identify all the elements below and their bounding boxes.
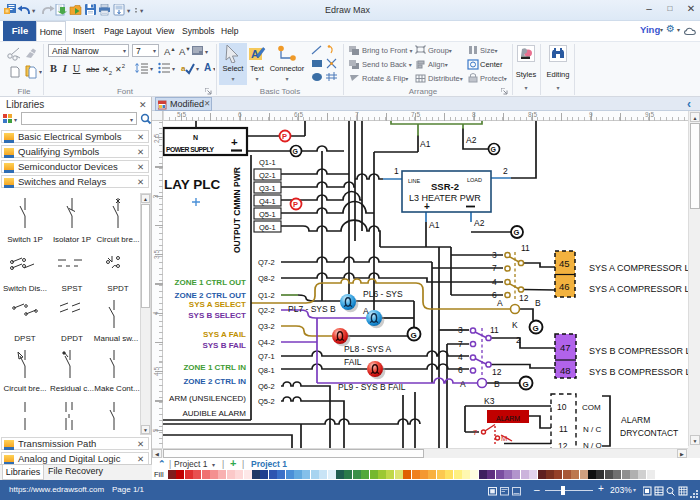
svg-text:12: 12 (558, 441, 568, 449)
svg-text:10: 10 (557, 402, 567, 412)
svg-text:Make Cont...: Make Cont... (94, 384, 139, 393)
svg-text:Q4-1: Q4-1 (259, 197, 276, 206)
svg-text:Q4-2: Q4-2 (258, 338, 275, 347)
svg-text:Residual c...: Residual c... (50, 384, 94, 393)
svg-text:SYS B FAIL: SYS B FAIL (202, 341, 246, 350)
svg-text:ARM (UNSILENCED): ARM (UNSILENCED) (169, 394, 246, 403)
svg-text:M: M (501, 434, 507, 443)
svg-text:K: K (512, 320, 518, 330)
svg-text:▾: ▾ (127, 7, 131, 14)
svg-text:SYS B COMPRESSOR L: SYS B COMPRESSOR L (589, 367, 688, 377)
svg-text:▾: ▾ (172, 66, 175, 72)
svg-text:Q7-1: Q7-1 (258, 352, 275, 361)
svg-text:DPST: DPST (14, 334, 35, 343)
svg-text:OUTPUT CMMN PWR: OUTPUT CMMN PWR (232, 167, 242, 253)
svg-text:P: P (282, 132, 287, 141)
svg-text:4: 4 (458, 352, 463, 362)
svg-text:2: 2 (516, 335, 521, 345)
svg-text:3: 3 (458, 325, 463, 335)
svg-text:L3 HEATER PWR: L3 HEATER PWR (409, 193, 481, 203)
svg-text:Switch Dis...: Switch Dis... (3, 284, 47, 293)
svg-text:FAIL: FAIL (344, 357, 362, 367)
svg-text:LOAD: LOAD (467, 177, 482, 183)
svg-text:G: G (293, 148, 299, 155)
svg-text:SPST: SPST (62, 284, 83, 293)
svg-text:11: 11 (559, 424, 568, 434)
svg-text:P: P (293, 200, 298, 209)
svg-text:SYS A SELECT: SYS A SELECT (189, 300, 246, 309)
svg-text:N: N (193, 134, 198, 141)
svg-text:K3: K3 (484, 396, 495, 406)
svg-text:SYS B SELECT: SYS B SELECT (188, 311, 246, 320)
svg-text:N / C: N / C (583, 425, 601, 434)
svg-text:Q5-1: Q5-1 (259, 210, 276, 219)
svg-text:▾: ▾ (213, 66, 215, 72)
svg-text:G: G (533, 324, 539, 333)
svg-text:Q8-2: Q8-2 (258, 274, 275, 283)
svg-text:POWER SUPPLY: POWER SUPPLY (166, 146, 214, 153)
svg-text:AUDIBLE ALARM: AUDIBLE ALARM (182, 409, 246, 418)
svg-text:2: 2 (503, 166, 508, 176)
svg-text:A: A (497, 298, 503, 308)
svg-text:▾: ▾ (39, 69, 42, 75)
svg-text:A1: A1 (429, 220, 440, 230)
svg-text:4: 4 (492, 277, 497, 287)
svg-text:Q3-1: Q3-1 (259, 184, 276, 193)
svg-text:46: 46 (559, 281, 570, 292)
svg-text:7: 7 (458, 339, 463, 349)
svg-text:Q3-2: Q3-2 (258, 322, 275, 331)
svg-text:B: B (535, 298, 541, 308)
svg-text:A: A (460, 379, 466, 389)
svg-text:11: 11 (490, 325, 499, 335)
svg-text:▾: ▾ (196, 66, 199, 72)
svg-text:Q2-2: Q2-2 (258, 306, 275, 315)
svg-text:ALARM: ALARM (496, 415, 520, 422)
svg-text:SYS B COMPRESSOR L: SYS B COMPRESSOR L (589, 346, 688, 356)
svg-text:COM: COM (582, 403, 601, 412)
svg-text:▾: ▾ (150, 66, 153, 72)
svg-text:LAY PLC: LAY PLC (164, 177, 221, 192)
svg-text:7: 7 (492, 263, 497, 273)
svg-text:ZONE 2 CTRL IN: ZONE 2 CTRL IN (183, 377, 246, 386)
svg-text:45: 45 (559, 258, 570, 269)
svg-text:6: 6 (458, 365, 463, 375)
svg-text:G: G (491, 146, 497, 153)
svg-text:A1: A1 (420, 139, 431, 149)
svg-text:Manual sw...: Manual sw... (94, 334, 138, 343)
svg-text:B: B (494, 379, 500, 389)
svg-text:G: G (514, 228, 520, 237)
svg-text:▾: ▾ (140, 7, 144, 14)
svg-text:G: G (523, 380, 529, 389)
svg-text:47: 47 (560, 342, 571, 353)
svg-text:11: 11 (521, 243, 530, 253)
svg-text:7: 7 (473, 428, 477, 437)
svg-text:A: A (204, 62, 211, 73)
svg-text:SSR-2: SSR-2 (431, 181, 459, 192)
svg-text:Switch 1P: Switch 1P (7, 235, 43, 244)
svg-text:Q8-1: Q8-1 (258, 366, 275, 375)
svg-text:G: G (411, 331, 417, 340)
svg-text:48: 48 (560, 365, 571, 376)
svg-text:12: 12 (492, 367, 502, 377)
svg-text:SPDT: SPDT (107, 284, 128, 293)
svg-text:12: 12 (519, 293, 529, 303)
svg-text:▾: ▾ (14, 117, 17, 123)
svg-text:PL6 - SYS: PL6 - SYS (363, 289, 403, 299)
svg-text:▾: ▾ (205, 49, 208, 55)
svg-text:+: + (231, 136, 238, 148)
svg-text:▾: ▾ (32, 7, 36, 14)
svg-text:Circuit bre...: Circuit bre... (96, 235, 139, 244)
svg-text:Q2-1: Q2-1 (259, 171, 276, 180)
svg-text:DRYCONTACT: DRYCONTACT (620, 428, 678, 438)
svg-text:Q7-2: Q7-2 (258, 258, 275, 267)
svg-text:N / O: N / O (583, 441, 602, 448)
svg-text:Q5-2: Q5-2 (258, 397, 275, 406)
svg-text:ALARM: ALARM (621, 415, 650, 425)
svg-text:PL8 - SYS A: PL8 - SYS A (344, 344, 392, 354)
svg-text:A2: A2 (466, 135, 477, 145)
svg-text:1: 1 (394, 166, 399, 176)
svg-text:+: + (424, 201, 430, 212)
svg-text:3: 3 (492, 250, 497, 260)
svg-text:Q1-1: Q1-1 (259, 158, 276, 167)
svg-text:PL7 - SYS B: PL7 - SYS B (288, 304, 336, 314)
